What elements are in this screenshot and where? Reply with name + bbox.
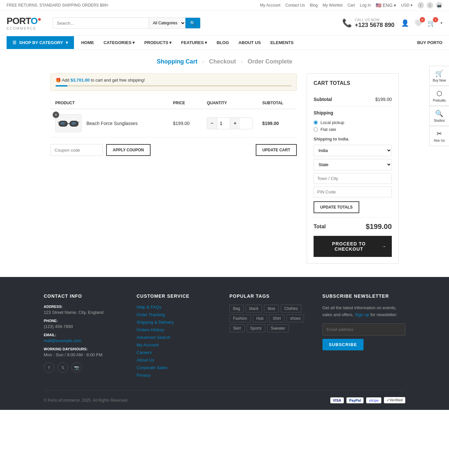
subtotal-value: $199.00 (375, 97, 392, 102)
tag-hub[interactable]: Hub (253, 314, 267, 322)
country-select[interactable]: India (314, 145, 392, 156)
cart-totals-box: CART TOTALS Subtotal $199.00 Shipping Lo… (307, 73, 399, 264)
signup-link[interactable]: Sign up (355, 312, 369, 317)
search-category-select[interactable]: All Categories (149, 18, 185, 28)
pin-input[interactable] (314, 187, 392, 197)
footer-tags: POPULAR TAGS Bag black blue Clothes Fash… (229, 293, 313, 380)
instagram-icon[interactable]: 📷 (436, 2, 442, 9)
quantity-increase-btn[interactable]: + (230, 118, 240, 129)
nav-elements[interactable]: ELEMENTS (266, 36, 297, 50)
footer-instagram-icon[interactable]: 📷 (71, 362, 82, 373)
footer-help-link[interactable]: Help & FAQs (137, 305, 220, 310)
local-pickup-radio[interactable] (314, 120, 318, 125)
top-bar-right: My Account Contact Us Blog My Wishlist C… (260, 2, 442, 9)
email-value: mail@example.com (44, 338, 127, 343)
update-cart-btn[interactable]: UPDATE CART (256, 144, 297, 156)
update-totals-btn[interactable]: UPDATE TOTALS (314, 201, 359, 213)
nav-blog[interactable]: BLOG (213, 36, 233, 50)
step-cart[interactable]: Shopping Cart (157, 58, 198, 65)
stripe-icon: stripe (366, 397, 381, 403)
tag-bag[interactable]: Bag (229, 305, 244, 313)
prebuilts-btn[interactable]: ⬡ Prebuilts (429, 86, 449, 106)
footer-tags-title: POPULAR TAGS (229, 293, 313, 299)
footer-shipping-link[interactable]: Shipping & Delivery (137, 320, 220, 325)
login-link[interactable]: Log In (360, 3, 371, 8)
flat-rate-option[interactable]: Flat rate (314, 127, 392, 132)
footer-my-account-link[interactable]: My Account (137, 342, 220, 347)
search-button[interactable]: 🔍 (185, 18, 200, 28)
tag-skirt[interactable]: Skirt (229, 324, 245, 332)
step-complete[interactable]: Order Complete (248, 58, 292, 65)
flat-rate-radio[interactable] (314, 127, 318, 132)
tag-sweater[interactable]: Sweater (267, 324, 289, 332)
language-selector[interactable]: 🇺🇸 ENG ▾ (376, 3, 396, 8)
account-icon[interactable]: 👤 (401, 19, 409, 27)
wishlist-icon[interactable]: 🤍 0 (414, 19, 422, 27)
tag-blue[interactable]: blue (264, 305, 279, 313)
state-select[interactable]: State (314, 159, 392, 170)
shop-by-category-label: SHOP BY CATEGORY (19, 40, 63, 45)
local-pickup-option[interactable]: Local pickup (314, 120, 392, 125)
nav-home[interactable]: HOME (77, 36, 98, 50)
nav-products[interactable]: PRODUCTS ▾ (140, 36, 176, 50)
footer-about-link[interactable]: About Us (137, 358, 220, 363)
blog-link[interactable]: Blog (310, 3, 318, 8)
remove-item-btn[interactable]: × (53, 112, 59, 118)
svg-rect-5 (60, 122, 65, 125)
footer-twitter-icon[interactable]: 𝕏 (58, 362, 68, 373)
cart-dropdown-arrow[interactable]: ▾ (440, 21, 442, 25)
footer-order-tracking-link[interactable]: Order Tracking (137, 312, 220, 317)
tag-sports[interactable]: Sports (247, 324, 265, 332)
search-bar: All Categories 🔍 (53, 17, 201, 29)
shop-by-category-btn[interactable]: ☰ SHOP BY CATEGORY ▾ (7, 36, 74, 49)
footer-privacy-link[interactable]: Privacy (137, 373, 220, 378)
buy-porto-link[interactable]: BUY PORTO (417, 36, 442, 50)
quantity-decrease-btn[interactable]: − (207, 118, 217, 129)
newsletter-email-input[interactable] (322, 323, 406, 336)
tag-shirt[interactable]: Shirt (269, 314, 285, 322)
currency-selector[interactable]: USD ▾ (401, 3, 413, 8)
search-input[interactable] (53, 18, 149, 28)
wishlist-badge: 0 (420, 17, 425, 22)
contact-link[interactable]: Contact Us (285, 3, 305, 8)
step-checkout[interactable]: Checkout (209, 58, 236, 65)
cart-icon[interactable]: 🛒 1 (427, 19, 436, 27)
checkout-btn[interactable]: PROCEED TO CHECKOUT → (314, 236, 392, 257)
hire-us-btn[interactable]: ✂ Hire Us (429, 126, 449, 146)
wishlist-link[interactable]: My Wishlist (322, 3, 343, 8)
email-link[interactable]: mail@example.com (44, 338, 81, 343)
facebook-icon[interactable]: f (417, 2, 424, 9)
nav-categories[interactable]: CATEGORIES ▾ (100, 36, 139, 50)
footer-facebook-icon[interactable]: f (44, 362, 54, 373)
twitter-icon[interactable]: 𝕏 (427, 2, 433, 9)
apply-coupon-btn[interactable]: APPLY COUPON (106, 144, 151, 156)
tag-fashion[interactable]: Fashion (229, 314, 251, 322)
footer-careers-link[interactable]: Careers (137, 350, 220, 355)
coupon-input[interactable] (50, 144, 103, 156)
phone-icon: 📞 (342, 18, 352, 28)
quantity-control[interactable]: − + (207, 117, 252, 129)
logo-sub: eCommerce (7, 26, 36, 30)
footer-corporate-link[interactable]: Corporate Sales (137, 365, 220, 370)
footer-advanced-search-link[interactable]: Advanced Search (137, 335, 220, 340)
town-input[interactable] (314, 173, 392, 184)
tag-shoes[interactable]: shoes (286, 314, 304, 322)
subtotal-label: Subtotal (314, 97, 332, 102)
subscribe-btn[interactable]: SUBSCRIBE (322, 339, 364, 350)
my-account-link[interactable]: My Account (260, 3, 280, 8)
footer-orders-history-link[interactable]: Orders History (137, 327, 220, 332)
buy-now-btn[interactable]: 🛒 Buy Now (429, 66, 449, 86)
cart-totals-section: CART TOTALS Subtotal $199.00 Shipping Lo… (307, 73, 399, 264)
call-label: CALL US NOW (355, 18, 394, 22)
cart-link[interactable]: Cart (347, 3, 355, 8)
tag-clothes[interactable]: Clothes (281, 305, 301, 313)
copyright-text: © Porto eCommerce. 2025. All Rights Rese… (44, 398, 127, 403)
tag-black[interactable]: black (246, 305, 262, 313)
studios-btn[interactable]: 🔍 Studios (429, 106, 449, 126)
quantity-input[interactable] (217, 118, 230, 129)
nav-features[interactable]: FEATURES ▾ (177, 36, 211, 50)
shipping-banner: 🎁 Add $3,701.00 to cart and get free shi… (50, 73, 297, 91)
logo[interactable]: PORTO eCommerce (7, 16, 46, 30)
product-image (55, 114, 82, 132)
nav-about[interactable]: ABOUT US (235, 36, 265, 50)
